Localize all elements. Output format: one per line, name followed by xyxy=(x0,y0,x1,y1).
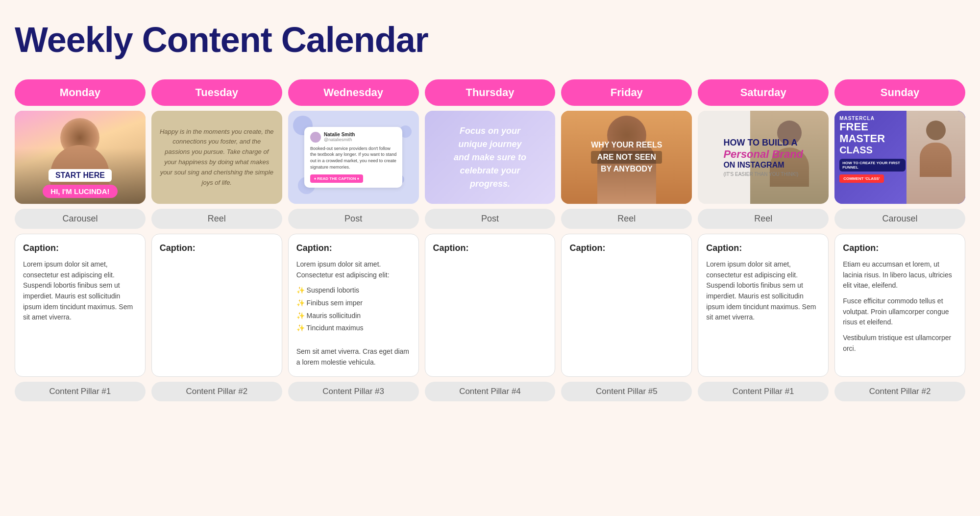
saturday-caption-body: Lorem ipsum dolor sit amet, consectetur … xyxy=(706,259,820,323)
wednesday-pillar: Content Pillar #3 xyxy=(288,382,419,401)
sunday-comment: COMMENT 'CLASS' xyxy=(839,174,883,183)
monday-image: START HERE HI, I'M LUCINDA! xyxy=(15,111,146,204)
tuesday-content-type: Reel xyxy=(151,209,282,229)
monday-pillar: Content Pillar #1 xyxy=(15,382,146,401)
saturday-brand-text: HOW TO BUILD A Personal Brand ON INSTAGR… xyxy=(717,132,809,183)
day-col-sunday: Sunday MASTERCLA FREE MASTER CLASS HOW T… xyxy=(834,79,965,401)
wednesday-list-item-2: ✨ Finibus sem imper xyxy=(296,298,411,309)
saturday-caption-title: Caption: xyxy=(706,243,820,253)
wednesday-caption-body: Lorem ipsum dolor sit amet. Consectetur … xyxy=(296,259,411,280)
day-header-friday: Friday xyxy=(561,79,692,106)
friday-content-type: Reel xyxy=(561,209,692,229)
wednesday-image: Natalie Smith @nataliesmith Booked-out s… xyxy=(288,111,419,204)
monday-caption-card: Caption: Lorem ipsum dolor sit amet, con… xyxy=(15,234,146,377)
thursday-caption-title: Caption: xyxy=(433,243,547,253)
thursday-text5: progress. xyxy=(470,179,510,189)
day-col-monday: Monday START HERE HI, I'M LUCINDA! Carou… xyxy=(15,79,146,401)
tuesday-pillar: Content Pillar #2 xyxy=(151,382,282,401)
wednesday-list-item-3: ✨ Mauris sollicitudin xyxy=(296,311,411,321)
day-col-tuesday: Tuesday Happy is in the moments you crea… xyxy=(151,79,282,401)
sunday-caption-text: Etiam eu accumsan et lorem, ut lacinia r… xyxy=(843,259,957,354)
friday-image: WHY YOUR REELS ARE NOT SEEN BY ANYBODY xyxy=(561,111,692,204)
day-col-thursday: Thursday Focus on your unique journey an… xyxy=(425,79,556,401)
thursday-pillar: Content Pillar #4 xyxy=(425,382,556,401)
saturday-caption-card: Caption: Lorem ipsum dolor sit amet, con… xyxy=(698,234,829,377)
saturday-easy: (IT'S EASIER THAN YOU THINK!) xyxy=(723,172,803,177)
sunday-caption-extra1: Fusce efficitur commodo tellus et volutp… xyxy=(843,296,957,328)
thursday-text2: unique journey xyxy=(458,139,521,149)
friday-line1: WHY YOUR REELS xyxy=(591,140,662,150)
friday-caption-title: Caption: xyxy=(569,243,684,253)
calendar-grid: Monday START HERE HI, I'M LUCINDA! Carou… xyxy=(15,79,965,401)
thursday-focus-text: Focus on your unique journey and make su… xyxy=(445,116,535,199)
day-header-sunday: Sunday xyxy=(834,79,965,106)
sunday-caption-card: Caption: Etiam eu accumsan et lorem, ut … xyxy=(834,234,965,377)
day-header-thursday: Thursday xyxy=(425,79,556,106)
wednesday-caption-list: ✨ Suspendi lobortis ✨ Finibus sem imper … xyxy=(296,285,411,334)
saturday-on-instagram: ON INSTAGRAM xyxy=(723,161,803,170)
start-here-text: START HERE xyxy=(49,169,112,182)
day-col-saturday: Saturday HOW TO BUILD A Personal Brand O… xyxy=(698,79,829,401)
wednesday-post-body: Booked-out service providers don't follo… xyxy=(310,146,396,170)
day-col-wednesday: Wednesday Natalie Smith @nataliesmith Bo… xyxy=(288,79,419,401)
wednesday-caption-extra: Sem sit amet viverra. Cras eget diam a l… xyxy=(296,347,409,366)
monday-caption-title: Caption: xyxy=(23,243,137,253)
sunday-free-master: FREE MASTER xyxy=(839,121,906,145)
thursday-text1: Focus on your xyxy=(460,126,520,136)
saturday-image: HOW TO BUILD A Personal Brand ON INSTAGR… xyxy=(698,111,829,204)
day-col-friday: Friday WHY YOUR REELS ARE NOT SEEN BY AN… xyxy=(561,79,692,401)
thursday-caption-card: Caption: xyxy=(425,234,556,377)
thursday-content-type: Post xyxy=(425,209,556,229)
wednesday-caption-text: Lorem ipsum dolor sit amet. Consectetur … xyxy=(296,259,411,368)
tuesday-quote: Happy is in the moments you create, the … xyxy=(151,119,282,196)
sunday-image: MASTERCLA FREE MASTER CLASS HOW TO CREAT… xyxy=(834,111,965,204)
friday-reels-text: WHY YOUR REELS ARE NOT SEEN BY ANYBODY xyxy=(583,132,670,182)
sunday-content-type: Carousel xyxy=(834,209,965,229)
wednesday-author-handle: @nataliesmith xyxy=(324,137,355,142)
wednesday-caption-title: Caption: xyxy=(296,243,411,253)
wednesday-post-card: Natalie Smith @nataliesmith Booked-out s… xyxy=(304,127,402,188)
friday-caption-card: Caption: xyxy=(561,234,692,377)
tuesday-image: Happy is in the moments you create, the … xyxy=(151,111,282,204)
friday-line2: ARE NOT SEEN xyxy=(591,151,662,164)
day-header-wednesday: Wednesday xyxy=(288,79,419,106)
tuesday-caption-card: Caption: xyxy=(151,234,282,377)
page-title: Weekly Content Calendar xyxy=(15,20,965,60)
wednesday-cta: ♦ READ THE CAPTION ♦ xyxy=(310,174,363,183)
saturday-pillar: Content Pillar #1 xyxy=(698,382,829,401)
friday-line3: BY ANYBODY xyxy=(591,164,662,174)
thursday-image: Focus on your unique journey and make su… xyxy=(425,111,556,204)
wednesday-avatar xyxy=(310,132,321,143)
monday-caption-body: Lorem ipsum dolor sit amet, consectetur … xyxy=(23,259,137,323)
sunday-caption-title: Caption: xyxy=(843,243,957,253)
sunday-pillar: Content Pillar #2 xyxy=(834,382,965,401)
saturday-personal-brand: Personal Brand xyxy=(723,148,803,161)
sunday-caption-extra2: Vestibulum tristique est ullamcorper orc… xyxy=(843,333,957,354)
monday-content-type: Carousel xyxy=(15,209,146,229)
tuesday-caption-title: Caption: xyxy=(160,243,274,253)
saturday-content-type: Reel xyxy=(698,209,829,229)
wednesday-list-item-1: ✨ Suspendi lobortis xyxy=(296,285,411,296)
wednesday-list-item-4: ✨ Tincidunt maximus xyxy=(296,323,411,334)
thursday-text3: and make sure to xyxy=(454,152,526,162)
saturday-how-to: HOW TO BUILD A xyxy=(723,138,803,148)
sunday-content: MASTERCLA FREE MASTER CLASS HOW TO CREAT… xyxy=(834,111,910,204)
sunday-caption-body: Etiam eu accumsan et lorem, ut lacinia r… xyxy=(843,259,957,291)
wednesday-content-type: Post xyxy=(288,209,419,229)
wednesday-author-name: Natalie Smith xyxy=(324,132,355,137)
day-header-tuesday: Tuesday xyxy=(151,79,282,106)
sunday-how-to: HOW TO CREATE YOUR FIRST FUNNEL xyxy=(842,161,903,170)
thursday-text4: celebrate your xyxy=(460,166,520,175)
hi-lucinda-text: HI, I'M LUCINDA! xyxy=(43,185,117,198)
sunday-class: CLASS xyxy=(839,145,906,156)
day-header-saturday: Saturday xyxy=(698,79,829,106)
friday-pillar: Content Pillar #5 xyxy=(561,382,692,401)
day-header-monday: Monday xyxy=(15,79,146,106)
wednesday-caption-card: Caption: Lorem ipsum dolor sit amet. Con… xyxy=(288,234,419,377)
